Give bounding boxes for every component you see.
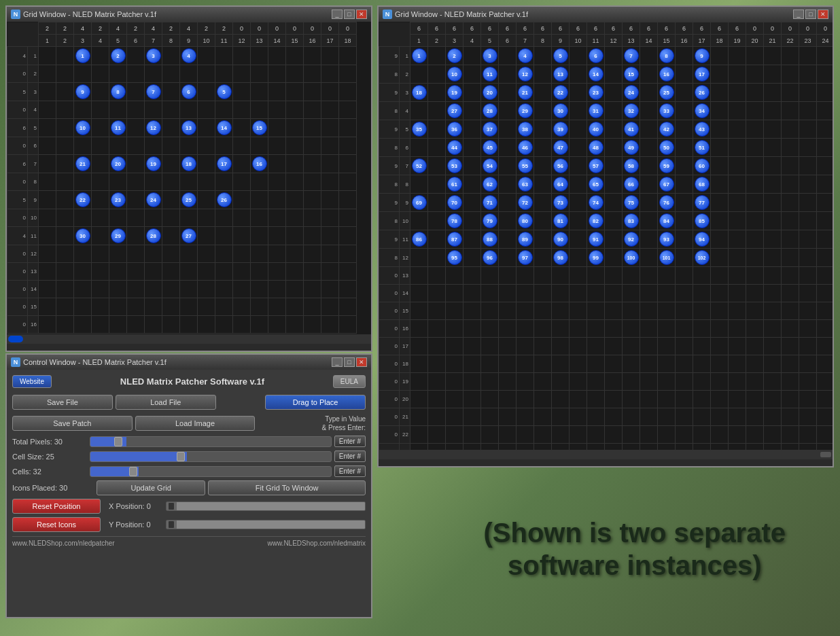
app-title: NLED Matrix Patcher Software v.1f xyxy=(120,376,264,387)
total-pixels-label: Total Pixels: 30 xyxy=(12,438,87,446)
footer-link-right: www.NLEDShop.com/nledmatrix xyxy=(268,540,366,547)
save-file-button[interactable]: Save File xyxy=(12,395,113,410)
title-bar-ctrl: N Control Window - NLED Matrix Patcher v… xyxy=(7,355,371,370)
type-hint-label: Type in Value& Press Enter: xyxy=(258,414,366,432)
title-bar-2: N Grid Window - NLED Matrix Patcher v.1f… xyxy=(379,7,833,22)
title-text-ctrl: Control Window - NLED Matrix Patcher v.1… xyxy=(23,358,167,366)
total-pixels-slider[interactable] xyxy=(90,436,332,447)
app-icon-2: N xyxy=(383,10,392,19)
load-image-button[interactable]: Load Image xyxy=(135,416,256,431)
minimize-btn-2[interactable]: _ xyxy=(793,10,804,19)
update-grid-button[interactable]: Update Grid xyxy=(97,480,205,495)
close-btn-1[interactable]: ✕ xyxy=(356,10,367,19)
save-patch-button[interactable]: Save Patch xyxy=(12,416,133,431)
cells-enter[interactable]: Enter # xyxy=(334,465,366,477)
title-bar-1: N Grid Window - NLED Matrix Patcher v.1f… xyxy=(7,7,371,22)
cells-slider[interactable] xyxy=(90,466,332,477)
load-file-button[interactable]: Load File xyxy=(116,395,216,410)
x-position-label: X Position: 0 xyxy=(109,502,163,510)
fit-grid-button[interactable]: Fit Grid To Window xyxy=(208,480,366,495)
cell-size-enter[interactable]: Enter # xyxy=(334,450,366,462)
grid-window-1: N Grid Window - NLED Matrix Patcher v.1f… xyxy=(5,5,372,352)
reset-position-button[interactable]: Reset Position xyxy=(12,499,101,514)
grid-window-2: N Grid Window - NLED Matrix Patcher v.1f… xyxy=(377,5,834,467)
drag-to-place-button[interactable]: Drag to Place xyxy=(265,395,366,410)
scrollbar-2[interactable] xyxy=(379,450,833,459)
close-btn-ctrl[interactable]: ✕ xyxy=(356,357,367,367)
website-button[interactable]: Website xyxy=(12,375,52,388)
maximize-btn-2[interactable]: □ xyxy=(805,10,816,19)
footer-link-left: www.NLEDShop.com/nledpatcher xyxy=(12,540,115,547)
y-position-label: Y Position: 0 xyxy=(109,520,163,529)
icons-placed-label: Icons Placed: 30 xyxy=(12,484,94,492)
title-text-2: Grid Window - NLED Matrix Patcher v.1f xyxy=(395,10,528,18)
scrollbar-1[interactable] xyxy=(7,334,371,344)
maximize-btn-ctrl[interactable]: □ xyxy=(344,357,355,367)
cell-size-slider[interactable] xyxy=(90,451,332,462)
cells-label: Cells: 32 xyxy=(12,467,87,476)
close-btn-2[interactable]: ✕ xyxy=(818,10,828,19)
control-window: N Control Window - NLED Matrix Patcher v… xyxy=(5,353,372,618)
minimize-btn-1[interactable]: _ xyxy=(332,10,343,19)
reset-icons-button[interactable]: Reset Icons xyxy=(12,517,101,532)
app-icon-ctrl: N xyxy=(11,357,20,367)
eula-button[interactable]: EULA xyxy=(333,375,366,388)
x-position-slider[interactable] xyxy=(166,501,366,511)
y-position-slider[interactable] xyxy=(166,520,366,529)
app-icon-1: N xyxy=(11,10,20,19)
minimize-btn-ctrl[interactable]: _ xyxy=(332,357,343,367)
total-pixels-enter[interactable]: Enter # xyxy=(334,436,366,447)
scrollbar-thumb-1[interactable] xyxy=(8,336,23,342)
maximize-btn-1[interactable]: □ xyxy=(344,10,355,19)
instance-text: (Shown is two separatesoftware instances… xyxy=(483,516,786,582)
title-text-1: Grid Window - NLED Matrix Patcher v.1f xyxy=(23,10,156,18)
cell-size-label: Cell Size: 25 xyxy=(12,453,87,461)
